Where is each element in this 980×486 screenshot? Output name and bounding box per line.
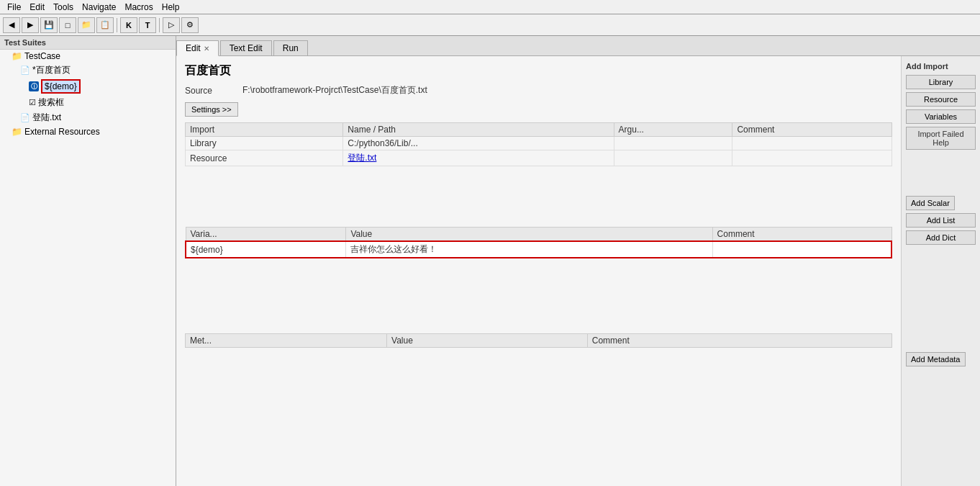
- sidebar-label-sousuo: 搜索框: [38, 96, 64, 109]
- import-failed-help-button[interactable]: Import Failed Help: [906, 127, 976, 150]
- folder-icon: 📁: [12, 51, 22, 61]
- menu-file[interactable]: File: [3, 1, 25, 14]
- folder-icon-external: 📁: [12, 127, 22, 137]
- content-area: Edit ✕ Text Edit Run 百度首页 Source F:\robo…: [176, 36, 980, 486]
- file-icon-baidushouye: 📄: [20, 66, 30, 75]
- var-name-demo: ${demo}: [186, 241, 346, 258]
- file-icon-denglu: 📄: [20, 113, 30, 122]
- sidebar-item-baidushouye[interactable]: 📄 *百度首页: [0, 63, 176, 78]
- scalar-section: Add Scalar: [906, 196, 976, 210]
- import-type-resource: Resource: [186, 150, 343, 166]
- var-comment-demo: [712, 241, 891, 258]
- table-row[interactable]: Library C:/python36/Lib/...: [186, 137, 892, 150]
- add-scalar-button[interactable]: Add Scalar: [906, 196, 955, 210]
- table-row[interactable]: Resource 登陆.txt: [186, 150, 892, 166]
- menu-tools[interactable]: Tools: [49, 1, 78, 14]
- col-value: Value: [346, 228, 712, 242]
- col-meta-comment: Comment: [587, 334, 891, 348]
- import-name-resource[interactable]: 登陆.txt: [343, 150, 614, 166]
- menu-help[interactable]: Help: [158, 1, 184, 14]
- toolbar-t[interactable]: T: [139, 17, 156, 33]
- toolbar-new[interactable]: □: [59, 17, 76, 33]
- import-args-resource: [614, 150, 732, 166]
- sidebar: Test Suites 📁 TestCase 📄 *百度首页 ⓘ ${demo}…: [0, 36, 176, 486]
- main-layout: Test Suites 📁 TestCase 📄 *百度首页 ⓘ ${demo}…: [0, 36, 980, 486]
- toolbar-copy1[interactable]: 📁: [78, 17, 95, 33]
- import-name-library: C:/python36/Lib/...: [343, 137, 614, 150]
- sidebar-label-external: External Resources: [24, 127, 100, 137]
- add-import-label: Add Import: [906, 62, 976, 71]
- col-var-comment: Comment: [712, 228, 891, 242]
- var-value-demo: 吉祥你怎么这么好看！: [346, 241, 712, 258]
- menu-macros[interactable]: Macros: [120, 1, 157, 14]
- toolbar-separator2: [159, 18, 160, 32]
- toolbar-save[interactable]: 💾: [40, 17, 58, 33]
- col-meta: Met...: [186, 334, 387, 348]
- tab-run[interactable]: Run: [273, 40, 308, 55]
- tab-textedit[interactable]: Text Edit: [220, 40, 272, 55]
- sidebar-item-denglu[interactable]: 📄 登陆.txt: [0, 110, 176, 125]
- import-comment-library: [732, 137, 892, 150]
- add-list-button[interactable]: Add List: [906, 213, 976, 228]
- menu-bar: File Edit Tools Navigate Macros Help: [0, 0, 980, 14]
- settings-button[interactable]: Settings >>: [185, 102, 238, 117]
- page-title: 百度首页: [185, 63, 892, 78]
- add-resource-button[interactable]: Resource: [906, 92, 976, 107]
- var-spacer: [185, 261, 892, 333]
- toolbar-back[interactable]: ◀: [3, 17, 20, 33]
- resource-link[interactable]: 登陆.txt: [348, 153, 376, 163]
- edit-main: 百度首页 Source F:\robotframework-Projrct\Te…: [176, 56, 901, 486]
- col-name-path: Name / Path: [343, 123, 614, 137]
- tab-bar: Edit ✕ Text Edit Run: [176, 36, 980, 56]
- source-path: F:\robotframework-Projrct\TestCase\百度首页.…: [242, 84, 427, 96]
- source-row: Source F:\robotframework-Projrct\TestCas…: [185, 84, 892, 96]
- import-spacer: [185, 169, 892, 227]
- add-variables-button[interactable]: Variables: [906, 109, 976, 124]
- table-row[interactable]: ${demo} 吉祥你怎么这么好看！: [186, 241, 891, 258]
- tab-edit-label: Edit: [186, 43, 201, 53]
- menu-edit[interactable]: Edit: [25, 1, 49, 14]
- col-variable: Varia...: [186, 228, 346, 242]
- content-with-buttons: 百度首页 Source F:\robotframework-Projrct\Te…: [176, 56, 980, 486]
- col-comment: Comment: [732, 123, 892, 137]
- tab-edit[interactable]: Edit ✕: [176, 40, 219, 56]
- sidebar-item-sousuo[interactable]: ☑ 搜索框: [0, 95, 176, 110]
- import-table: Import Name / Path Argu... Comment Libra…: [185, 122, 892, 166]
- sidebar-item-testcase[interactable]: 📁 TestCase: [0, 50, 176, 63]
- sidebar-item-external[interactable]: 📁 External Resources: [0, 125, 176, 138]
- add-metadata-button[interactable]: Add Metadata: [906, 352, 966, 366]
- sidebar-label-demo: ${demo}: [41, 79, 81, 94]
- metadata-section: Add Metadata: [906, 352, 976, 366]
- right-panel: Add Import Library Resource Variables Im…: [901, 56, 980, 486]
- checkbox-icon: ☑: [29, 98, 36, 107]
- menu-navigate[interactable]: Navigate: [78, 1, 120, 14]
- toolbar-separator: [117, 18, 117, 32]
- import-comment-resource: [732, 150, 892, 166]
- var-icon-demo: ⓘ: [29, 81, 39, 91]
- sidebar-label-baidushouye: *百度首页: [32, 64, 71, 76]
- tab-textedit-label: Text Edit: [230, 43, 263, 53]
- toolbar-settings[interactable]: ⚙: [181, 17, 199, 33]
- col-import: Import: [186, 123, 343, 137]
- toolbar-k[interactable]: K: [120, 17, 137, 33]
- source-label: Source: [185, 86, 242, 96]
- metadata-table: Met... Value Comment: [185, 333, 892, 348]
- col-args: Argu...: [614, 123, 732, 137]
- col-meta-value: Value: [387, 334, 588, 348]
- toolbar: ◀ ▶ 💾 □ 📁 📋 K T ▷ ⚙: [0, 14, 980, 36]
- tab-edit-close[interactable]: ✕: [204, 45, 209, 53]
- import-type-library: Library: [186, 137, 343, 150]
- toolbar-forward[interactable]: ▶: [22, 17, 39, 33]
- tab-run-label: Run: [283, 43, 299, 53]
- add-library-button[interactable]: Library: [906, 75, 976, 89]
- sidebar-header: Test Suites: [0, 36, 176, 50]
- sidebar-label-testcase: TestCase: [24, 51, 60, 61]
- import-args-library: [614, 137, 732, 150]
- sidebar-item-demo[interactable]: ⓘ ${demo}: [0, 78, 176, 95]
- add-dict-button[interactable]: Add Dict: [906, 230, 976, 245]
- toolbar-play[interactable]: ▷: [163, 17, 180, 33]
- toolbar-copy2[interactable]: 📋: [96, 17, 114, 33]
- sidebar-label-denglu: 登陆.txt: [32, 112, 61, 124]
- variables-table: Varia... Value Comment ${demo} 吉祥你怎么这么好看…: [185, 227, 892, 258]
